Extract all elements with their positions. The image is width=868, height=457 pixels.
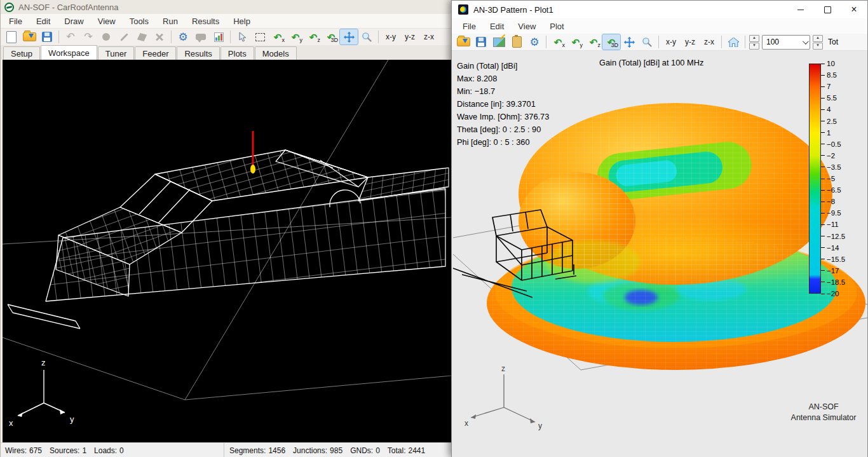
close-button[interactable]: × <box>841 1 867 18</box>
open-plot-button[interactable] <box>454 34 472 50</box>
select-cursor-button[interactable] <box>233 29 251 44</box>
status-value: 1 <box>82 446 86 455</box>
menu-view[interactable]: View <box>91 15 123 27</box>
move-tool-button[interactable] <box>620 34 638 50</box>
status-value: 1456 <box>268 446 285 455</box>
view-zx-button[interactable]: z-x <box>700 34 719 50</box>
combo-dropdown-button[interactable] <box>799 40 810 44</box>
rotate-y-button[interactable]: ↶y <box>567 34 585 50</box>
menu-tools[interactable]: Tools <box>123 15 156 27</box>
rotate-y-label: y <box>300 37 303 43</box>
menu-edit[interactable]: Edit <box>483 20 511 32</box>
rotate-x-button[interactable]: ↶x <box>549 34 567 50</box>
results-chart-button[interactable] <box>210 29 227 44</box>
view-yz-button[interactable]: y-z <box>400 29 419 44</box>
step-down-button[interactable]: ▼ <box>749 43 759 50</box>
an3d-pattern-icon <box>458 4 468 15</box>
new-project-button[interactable] <box>3 29 20 44</box>
move-cross-icon <box>344 32 355 43</box>
close-icon: × <box>851 4 857 15</box>
colorbar-tick-label: −3.5 <box>827 163 841 171</box>
zoom-tool-button[interactable] <box>358 29 376 44</box>
menu-file[interactable]: File <box>456 20 483 32</box>
preferences-button[interactable]: ⚙ <box>526 34 543 50</box>
car-wireframe <box>8 150 449 329</box>
step-up-button[interactable]: ▲ <box>749 35 759 42</box>
colorbar-tick-label: −8 <box>827 198 835 205</box>
rotate-z-button[interactable]: ↶z <box>585 34 602 50</box>
maximize-button[interactable] <box>814 1 841 18</box>
menu-bar: FileEditViewPlot <box>452 18 867 34</box>
colorbar-tick: −15.5 <box>821 255 845 264</box>
rotate-3d-button[interactable]: ↶3D <box>602 34 620 50</box>
rotate-3d-button[interactable]: ↶3D <box>322 29 340 44</box>
menu-help[interactable]: Help <box>226 15 257 27</box>
menu-file[interactable]: File <box>2 15 29 27</box>
home-view-button[interactable] <box>724 34 742 50</box>
frequency-combobox[interactable]: 100 <box>762 35 810 50</box>
zoom-tool-button[interactable] <box>638 34 656 50</box>
colorbar-tick: −2 <box>821 151 835 160</box>
undo-icon: ↶ <box>66 32 74 42</box>
frequency-down-button[interactable]: ▼ <box>813 43 823 50</box>
draw-line-button[interactable] <box>115 29 133 44</box>
tab-workspace[interactable]: Workspace <box>41 45 97 60</box>
redo-button[interactable]: ↷ <box>79 29 97 44</box>
toolbar-separator <box>171 31 172 43</box>
toolbar-separator <box>658 36 659 48</box>
tab-models[interactable]: Models <box>255 46 297 60</box>
selection-box-button[interactable] <box>251 29 269 44</box>
wireframe-canvas[interactable]: z x y <box>1 60 452 442</box>
move-tool-button[interactable] <box>340 29 358 44</box>
view-zx-button[interactable]: z-x <box>419 29 438 44</box>
colorbar-tick-label: −18.5 <box>827 278 845 286</box>
minimize-button[interactable] <box>787 1 814 18</box>
rotate-3d-label: 3D <box>330 37 338 43</box>
menu-plot[interactable]: Plot <box>543 20 571 32</box>
open-project-button[interactable] <box>20 29 38 44</box>
view-yz-button[interactable]: y-z <box>681 34 700 50</box>
draw-ellipse-button[interactable] <box>97 29 115 44</box>
tab-plots[interactable]: Plots <box>220 46 254 60</box>
menu-results[interactable]: Results <box>185 15 226 27</box>
menu-run[interactable]: Run <box>156 15 185 27</box>
export-image-button[interactable] <box>490 34 508 50</box>
feed-point-marker[interactable] <box>250 165 255 174</box>
tab-setup[interactable]: Setup <box>3 46 40 60</box>
preferences-button[interactable]: ⚙ <box>174 29 192 44</box>
view-xy-button[interactable]: x-y <box>381 29 400 44</box>
tab-tuner[interactable]: Tuner <box>98 46 134 60</box>
status-item: GNDs:0 <box>350 446 380 455</box>
save-plot-button[interactable] <box>472 34 490 50</box>
pattern-plot-area[interactable]: z x y Gain (Total) [dBi]Max: 8.208Min: −… <box>452 51 867 457</box>
comment-button[interactable] <box>192 29 210 44</box>
colorbar-tick: −9.5 <box>821 208 841 217</box>
menu-view[interactable]: View <box>511 20 543 32</box>
view-xy-button[interactable]: x-y <box>661 34 681 50</box>
tab-feeder[interactable]: Feeder <box>135 46 176 60</box>
status-label: Total: <box>388 446 406 455</box>
rotate-x-button[interactable]: ↶x <box>269 29 287 44</box>
colorbar-tick-mark <box>821 86 825 87</box>
toolbar-separator <box>546 36 546 48</box>
rotate-y-button[interactable]: ↶y <box>287 29 304 44</box>
status-item: Segments:1456 <box>229 446 285 455</box>
save-project-button[interactable] <box>38 29 56 44</box>
rotate-z-button[interactable]: ↶z <box>304 29 322 44</box>
copy-clipboard-button[interactable] <box>508 34 526 50</box>
axis-z-label: z <box>501 364 505 373</box>
colorbar-tick-mark <box>821 132 825 133</box>
colorbar-tick-mark <box>821 64 825 64</box>
menu-edit[interactable]: Edit <box>29 15 57 27</box>
colorbar-tick-mark <box>821 155 825 156</box>
undo-button[interactable]: ↶ <box>62 29 79 44</box>
colorbar-tick-mark <box>821 109 825 110</box>
delete-button[interactable] <box>151 29 168 44</box>
frequency-up-button[interactable]: ▲ <box>813 35 823 42</box>
tab-results[interactable]: Results <box>177 46 219 60</box>
toolbar: ↶ ↷ ⚙ ↶x ↶y ↶z ↶3D x-y y-z z-x <box>1 28 452 45</box>
plot-info-line: Max: 8.208 <box>457 72 549 85</box>
redo-icon: ↷ <box>84 32 92 42</box>
menu-draw[interactable]: Draw <box>57 15 90 27</box>
modify-wire-button[interactable] <box>133 29 151 44</box>
